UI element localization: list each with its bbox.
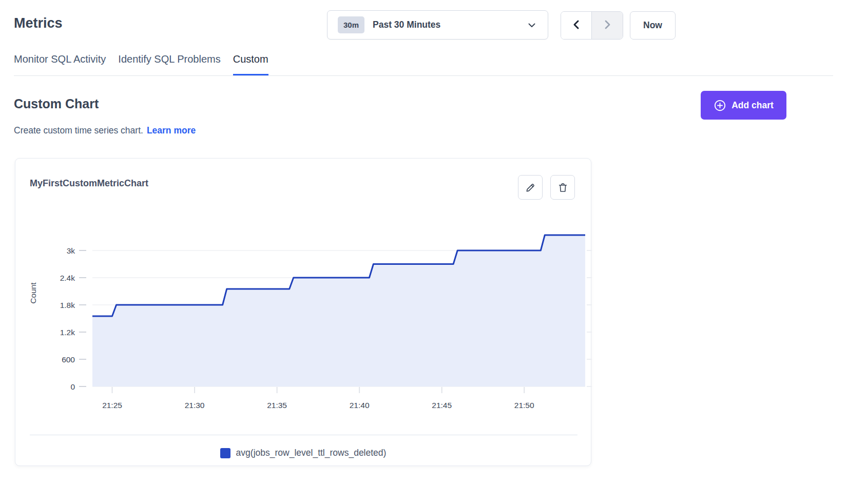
tab-identify-sql-problems[interactable]: Identify SQL Problems	[118, 53, 220, 76]
trash-icon	[557, 182, 569, 193]
chevron-right-icon	[601, 18, 613, 32]
svg-text:21:30: 21:30	[185, 401, 205, 410]
svg-text:21:25: 21:25	[102, 401, 122, 410]
chart-title: MyFirstCustomMetricChart	[30, 178, 148, 189]
tabs-divider	[14, 75, 833, 76]
metrics-page: Metrics 30m Past 30 Minutes Now Monitor …	[0, 0, 847, 504]
svg-text:21:50: 21:50	[514, 401, 534, 410]
page-title: Metrics	[14, 15, 63, 31]
svg-text:3k: 3k	[67, 246, 75, 255]
pencil-icon	[525, 182, 536, 193]
svg-text:Count: Count	[29, 282, 37, 304]
section-description: Create custom time series chart.Learn mo…	[14, 125, 196, 136]
svg-text:2.4k: 2.4k	[60, 274, 75, 282]
tab-custom[interactable]: Custom	[233, 53, 268, 76]
svg-text:1.8k: 1.8k	[60, 301, 75, 309]
tab-monitor-sql-activity[interactable]: Monitor SQL Activity	[14, 53, 106, 76]
svg-text:1.2k: 1.2k	[60, 328, 75, 337]
svg-text:21:45: 21:45	[432, 401, 452, 410]
svg-text:600: 600	[62, 355, 75, 364]
add-chart-label: Add chart	[732, 100, 774, 111]
svg-text:21:40: 21:40	[350, 401, 370, 410]
legend-swatch	[220, 448, 230, 458]
chevron-left-icon	[570, 18, 583, 32]
plus-circle-icon	[714, 99, 726, 112]
time-range-badge: 30m	[338, 16, 364, 33]
previous-time-button[interactable]	[561, 12, 592, 39]
section-description-text: Create custom time series chart.	[14, 125, 143, 135]
chevron-down-icon	[526, 20, 537, 31]
trash-icon-button[interactable]	[550, 175, 575, 200]
legend-label: avg(jobs_row_level_ttl_rows_deleted)	[236, 448, 387, 458]
custom-chart-plot[interactable]: 06001.2k1.8k2.4k3k21:2521:3021:3521:4021…	[15, 216, 592, 412]
chart-legend: avg(jobs_row_level_ttl_rows_deleted)	[15, 448, 591, 458]
next-time-button[interactable]	[592, 12, 623, 39]
time-step-button-group	[561, 11, 623, 40]
custom-chart-card: MyFirstCustomMetricChart 06001.2k1.8k2.4…	[15, 158, 591, 466]
now-button[interactable]: Now	[630, 11, 676, 40]
svg-text:21:35: 21:35	[267, 401, 287, 410]
time-range-dropdown[interactable]: 30m Past 30 Minutes	[327, 10, 548, 40]
card-divider	[30, 435, 578, 435]
edit-chart-button[interactable]	[518, 175, 543, 200]
svg-text:0: 0	[70, 382, 75, 391]
time-range-label: Past 30 Minutes	[373, 20, 440, 30]
learn-more-link[interactable]: Learn more	[147, 125, 196, 135]
add-chart-button[interactable]: Add chart	[701, 91, 786, 120]
section-heading: Custom Chart	[14, 96, 99, 111]
metrics-tabs: Monitor SQL Activity Identify SQL Proble…	[14, 53, 268, 76]
